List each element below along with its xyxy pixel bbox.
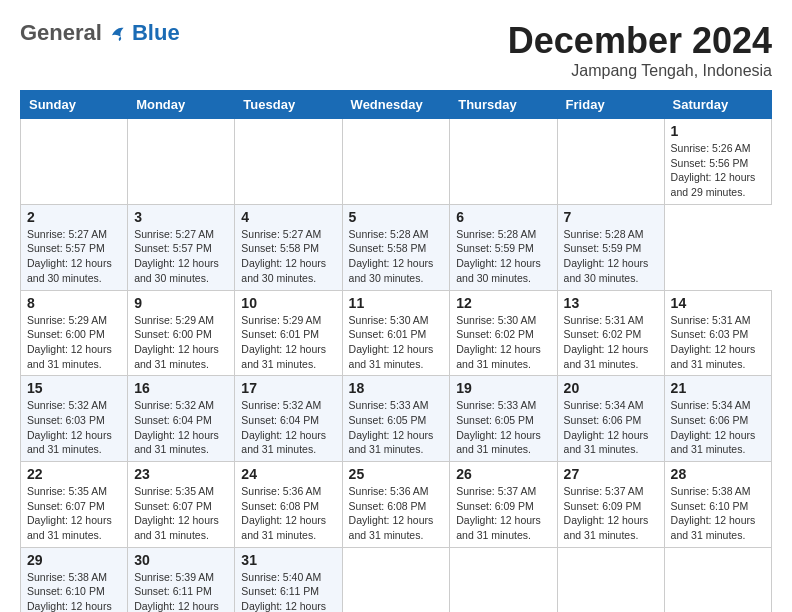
day-number: 31 <box>241 552 335 568</box>
day-info: Sunrise: 5:37 AMSunset: 6:09 PMDaylight:… <box>456 485 541 541</box>
col-header-tuesday: Tuesday <box>235 91 342 119</box>
day-cell-10: 10 Sunrise: 5:29 AMSunset: 6:01 PMDaylig… <box>235 290 342 376</box>
day-info: Sunrise: 5:34 AMSunset: 6:06 PMDaylight:… <box>564 399 649 455</box>
day-number: 4 <box>241 209 335 225</box>
day-info: Sunrise: 5:34 AMSunset: 6:06 PMDaylight:… <box>671 399 756 455</box>
day-cell-22: 22 Sunrise: 5:35 AMSunset: 6:07 PMDaylig… <box>21 462 128 548</box>
day-number: 8 <box>27 295 121 311</box>
page-header: General Blue December 2024 Jampang Tenga… <box>20 20 772 80</box>
day-number: 6 <box>456 209 550 225</box>
day-cell-5: 5 Sunrise: 5:28 AMSunset: 5:58 PMDayligh… <box>342 204 450 290</box>
day-cell-4: 4 Sunrise: 5:27 AMSunset: 5:58 PMDayligh… <box>235 204 342 290</box>
day-info: Sunrise: 5:38 AMSunset: 6:10 PMDaylight:… <box>27 571 112 612</box>
day-info: Sunrise: 5:30 AMSunset: 6:01 PMDaylight:… <box>349 314 434 370</box>
day-number: 22 <box>27 466 121 482</box>
day-info: Sunrise: 5:37 AMSunset: 6:09 PMDaylight:… <box>564 485 649 541</box>
day-number: 21 <box>671 380 765 396</box>
empty-cell <box>342 547 450 612</box>
empty-cell <box>664 547 771 612</box>
day-number: 24 <box>241 466 335 482</box>
day-cell-1: 1 Sunrise: 5:26 AMSunset: 5:56 PMDayligh… <box>664 119 771 205</box>
empty-cell <box>450 547 557 612</box>
day-cell-17: 17 Sunrise: 5:32 AMSunset: 6:04 PMDaylig… <box>235 376 342 462</box>
day-info: Sunrise: 5:32 AMSunset: 6:04 PMDaylight:… <box>241 399 326 455</box>
day-number: 3 <box>134 209 228 225</box>
empty-cell <box>342 119 450 205</box>
day-info: Sunrise: 5:32 AMSunset: 6:04 PMDaylight:… <box>134 399 219 455</box>
empty-cell <box>557 119 664 205</box>
day-cell-28: 28 Sunrise: 5:38 AMSunset: 6:10 PMDaylig… <box>664 462 771 548</box>
day-number: 15 <box>27 380 121 396</box>
day-info: Sunrise: 5:35 AMSunset: 6:07 PMDaylight:… <box>134 485 219 541</box>
day-info: Sunrise: 5:29 AMSunset: 6:00 PMDaylight:… <box>27 314 112 370</box>
day-info: Sunrise: 5:30 AMSunset: 6:02 PMDaylight:… <box>456 314 541 370</box>
subtitle: Jampang Tengah, Indonesia <box>508 62 772 80</box>
day-cell-16: 16 Sunrise: 5:32 AMSunset: 6:04 PMDaylig… <box>128 376 235 462</box>
day-cell-29: 29 Sunrise: 5:38 AMSunset: 6:10 PMDaylig… <box>21 547 128 612</box>
day-number: 26 <box>456 466 550 482</box>
day-info: Sunrise: 5:36 AMSunset: 6:08 PMDaylight:… <box>241 485 326 541</box>
day-info: Sunrise: 5:27 AMSunset: 5:57 PMDaylight:… <box>27 228 112 284</box>
day-number: 17 <box>241 380 335 396</box>
day-cell-9: 9 Sunrise: 5:29 AMSunset: 6:00 PMDayligh… <box>128 290 235 376</box>
day-number: 18 <box>349 380 444 396</box>
day-cell-19: 19 Sunrise: 5:33 AMSunset: 6:05 PMDaylig… <box>450 376 557 462</box>
day-info: Sunrise: 5:29 AMSunset: 6:01 PMDaylight:… <box>241 314 326 370</box>
day-number: 29 <box>27 552 121 568</box>
empty-cell <box>235 119 342 205</box>
day-number: 16 <box>134 380 228 396</box>
day-cell-23: 23 Sunrise: 5:35 AMSunset: 6:07 PMDaylig… <box>128 462 235 548</box>
day-cell-13: 13 Sunrise: 5:31 AMSunset: 6:02 PMDaylig… <box>557 290 664 376</box>
col-header-wednesday: Wednesday <box>342 91 450 119</box>
calendar-week-1: 1 Sunrise: 5:26 AMSunset: 5:56 PMDayligh… <box>21 119 772 205</box>
day-cell-31: 31 Sunrise: 5:40 AMSunset: 6:11 PMDaylig… <box>235 547 342 612</box>
col-header-saturday: Saturday <box>664 91 771 119</box>
empty-cell <box>557 547 664 612</box>
day-number: 30 <box>134 552 228 568</box>
day-number: 10 <box>241 295 335 311</box>
day-info: Sunrise: 5:36 AMSunset: 6:08 PMDaylight:… <box>349 485 434 541</box>
day-info: Sunrise: 5:31 AMSunset: 6:03 PMDaylight:… <box>671 314 756 370</box>
day-info: Sunrise: 5:38 AMSunset: 6:10 PMDaylight:… <box>671 485 756 541</box>
col-header-thursday: Thursday <box>450 91 557 119</box>
day-cell-7: 7 Sunrise: 5:28 AMSunset: 5:59 PMDayligh… <box>557 204 664 290</box>
day-cell-11: 11 Sunrise: 5:30 AMSunset: 6:01 PMDaylig… <box>342 290 450 376</box>
day-number: 9 <box>134 295 228 311</box>
day-number: 7 <box>564 209 658 225</box>
day-cell-26: 26 Sunrise: 5:37 AMSunset: 6:09 PMDaylig… <box>450 462 557 548</box>
empty-cell <box>21 119 128 205</box>
day-number: 28 <box>671 466 765 482</box>
calendar-week-4: 15 Sunrise: 5:32 AMSunset: 6:03 PMDaylig… <box>21 376 772 462</box>
day-number: 23 <box>134 466 228 482</box>
day-cell-25: 25 Sunrise: 5:36 AMSunset: 6:08 PMDaylig… <box>342 462 450 548</box>
calendar-week-3: 8 Sunrise: 5:29 AMSunset: 6:00 PMDayligh… <box>21 290 772 376</box>
day-info: Sunrise: 5:28 AMSunset: 5:58 PMDaylight:… <box>349 228 434 284</box>
day-info: Sunrise: 5:33 AMSunset: 6:05 PMDaylight:… <box>456 399 541 455</box>
day-cell-18: 18 Sunrise: 5:33 AMSunset: 6:05 PMDaylig… <box>342 376 450 462</box>
logo: General Blue <box>20 20 180 46</box>
day-number: 14 <box>671 295 765 311</box>
col-header-friday: Friday <box>557 91 664 119</box>
day-info: Sunrise: 5:27 AMSunset: 5:57 PMDaylight:… <box>134 228 219 284</box>
title-block: December 2024 Jampang Tengah, Indonesia <box>508 20 772 80</box>
empty-cell <box>450 119 557 205</box>
day-cell-20: 20 Sunrise: 5:34 AMSunset: 6:06 PMDaylig… <box>557 376 664 462</box>
day-info: Sunrise: 5:26 AMSunset: 5:56 PMDaylight:… <box>671 142 756 198</box>
day-cell-8: 8 Sunrise: 5:29 AMSunset: 6:00 PMDayligh… <box>21 290 128 376</box>
day-number: 25 <box>349 466 444 482</box>
day-number: 11 <box>349 295 444 311</box>
day-cell-14: 14 Sunrise: 5:31 AMSunset: 6:03 PMDaylig… <box>664 290 771 376</box>
calendar-week-6: 29 Sunrise: 5:38 AMSunset: 6:10 PMDaylig… <box>21 547 772 612</box>
day-cell-6: 6 Sunrise: 5:28 AMSunset: 5:59 PMDayligh… <box>450 204 557 290</box>
logo-general: General <box>20 20 102 46</box>
calendar-week-2: 2 Sunrise: 5:27 AMSunset: 5:57 PMDayligh… <box>21 204 772 290</box>
day-cell-15: 15 Sunrise: 5:32 AMSunset: 6:03 PMDaylig… <box>21 376 128 462</box>
day-info: Sunrise: 5:27 AMSunset: 5:58 PMDaylight:… <box>241 228 326 284</box>
day-info: Sunrise: 5:40 AMSunset: 6:11 PMDaylight:… <box>241 571 326 612</box>
col-header-monday: Monday <box>128 91 235 119</box>
day-cell-27: 27 Sunrise: 5:37 AMSunset: 6:09 PMDaylig… <box>557 462 664 548</box>
empty-cell <box>128 119 235 205</box>
day-number: 2 <box>27 209 121 225</box>
day-number: 20 <box>564 380 658 396</box>
logo-bird-icon <box>106 22 128 44</box>
